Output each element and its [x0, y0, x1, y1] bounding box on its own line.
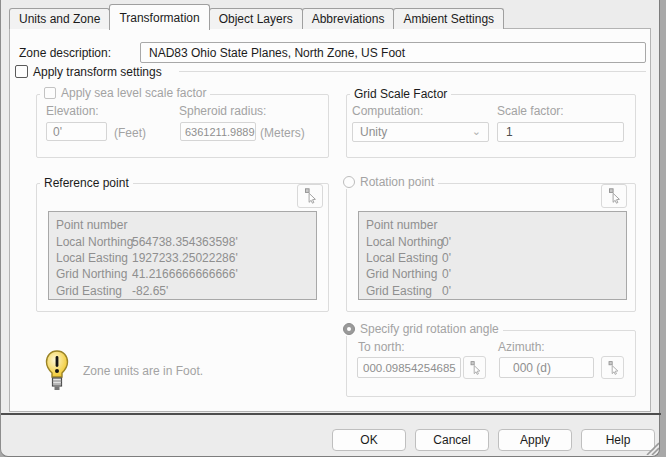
row-value: 41.2166666666666'	[132, 267, 238, 281]
scale-factor-value: 1	[506, 125, 513, 139]
table-row: Point number	[359, 217, 626, 233]
tab-abbreviations[interactable]: Abbreviations	[302, 8, 395, 29]
group-divider	[179, 71, 646, 72]
pick-cursor-icon	[301, 187, 319, 205]
azimuth-pick-button[interactable]	[601, 356, 624, 379]
row-label: Local Easting	[56, 251, 132, 265]
to-north-pick-button[interactable]	[463, 356, 486, 379]
table-row: Point number	[49, 217, 316, 233]
apply-button[interactable]: Apply	[498, 429, 572, 451]
chevron-down-icon: ⌄	[472, 125, 481, 138]
lightbulb-alert-icon	[45, 350, 69, 392]
table-row: Local Easting0'	[359, 250, 626, 266]
rotation-angle-title-label: Specify grid rotation angle	[360, 322, 499, 336]
rotation-point-radio[interactable]	[343, 176, 355, 188]
tab-label: Abbreviations	[312, 12, 385, 26]
grid-scale-title-label: Grid Scale Factor	[354, 87, 447, 101]
table-row: Grid Easting-82.65'	[49, 283, 316, 299]
spheroid-radius-field[interactable]: 6361211.9889	[180, 122, 256, 141]
sea-level-title-label: Apply sea level scale factor	[61, 86, 206, 100]
row-value: 0'	[442, 251, 451, 265]
spheroid-radius-value: 6361211.9889	[185, 126, 255, 138]
row-label: Grid Easting	[56, 284, 132, 298]
tab-label: Ambient Settings	[403, 12, 494, 26]
reference-point-pick-button[interactable]	[297, 184, 323, 208]
sea-level-group-title: Apply sea level scale factor	[40, 86, 210, 100]
grid-scale-group-title: Grid Scale Factor	[350, 87, 451, 101]
row-label: Grid Northing	[366, 267, 442, 281]
tab-bar: Units and Zone Transformation Object Lay…	[9, 4, 503, 29]
elevation-unit-label: (Feet)	[114, 126, 146, 140]
zone-units-note: Zone units are in Foot.	[83, 364, 203, 378]
row-value: 1927233.25022286'	[132, 251, 238, 265]
rotation-point-title-label: Rotation point	[360, 175, 434, 189]
zone-description-label: Zone description:	[19, 46, 111, 60]
rotation-angle-radio[interactable]	[343, 323, 355, 335]
computation-label: Computation:	[352, 104, 423, 118]
resize-grip-icon[interactable]	[643, 440, 659, 455]
row-value: 0'	[442, 235, 451, 249]
tab-ambient-settings[interactable]: Ambient Settings	[393, 8, 504, 29]
row-value: 564738.354363598'	[132, 235, 238, 249]
azimuth-field[interactable]: 000 (d)	[499, 357, 594, 378]
table-row: Grid Northing0'	[359, 266, 626, 282]
to-north-label: To north:	[358, 340, 405, 354]
apply-transform-label: Apply transform settings	[33, 65, 162, 79]
row-value: -82.65'	[132, 284, 168, 298]
elevation-field[interactable]: 0'	[46, 122, 107, 141]
row-label: Local Easting	[366, 251, 442, 265]
sea-level-checkbox[interactable]	[44, 87, 56, 99]
table-row: Local Easting1927233.25022286'	[49, 250, 316, 266]
row-label: Local Northing	[56, 235, 132, 249]
rotation-angle-group-title: Specify grid rotation angle	[339, 322, 503, 336]
zone-description-value: NAD83 Ohio State Planes, North Zone, US …	[149, 46, 405, 60]
zone-description-field[interactable]: NAD83 Ohio State Planes, North Zone, US …	[140, 42, 646, 63]
row-value: 0'	[442, 267, 451, 281]
cancel-button[interactable]: Cancel	[415, 429, 489, 451]
computation-dropdown[interactable]: Unity ⌄	[352, 122, 489, 142]
row-label: Point number	[56, 218, 132, 232]
rotation-point-table: Point number Local Northing0' Local East…	[358, 211, 627, 300]
bottom-separator	[1, 413, 661, 415]
row-label: Local Northing	[366, 235, 442, 249]
row-label: Grid Easting	[366, 284, 442, 298]
spheroid-radius-label: Spheroid radius:	[179, 104, 266, 118]
row-value: 0'	[442, 284, 451, 298]
tab-label: Units and Zone	[19, 12, 100, 26]
rotation-point-group-title: Rotation point	[339, 175, 438, 189]
dialog-window: Units and Zone Transformation Object Lay…	[0, 0, 660, 457]
elevation-label: Elevation:	[46, 104, 99, 118]
row-label: Grid Northing	[56, 267, 132, 281]
to-north-field[interactable]: 000.09854254685	[357, 357, 461, 378]
to-north-value: 000.09854254685	[363, 362, 456, 374]
spheroid-unit-label: (Meters)	[260, 126, 305, 140]
tab-label: Object Layers	[219, 12, 293, 26]
reference-point-table: Point number Local Northing564738.354363…	[48, 211, 317, 300]
reference-point-title-label: Reference point	[44, 176, 129, 190]
scale-factor-field[interactable]: 1	[497, 122, 624, 142]
tab-transformation[interactable]: Transformation	[109, 4, 209, 30]
table-row: Local Northing0'	[359, 233, 626, 249]
ok-button[interactable]: OK	[332, 429, 406, 451]
azimuth-label: Azimuth:	[498, 340, 545, 354]
rotation-point-pick-button[interactable]	[601, 184, 627, 208]
table-row: Grid Northing41.2166666666666'	[49, 266, 316, 282]
tab-label: Transformation	[119, 11, 199, 25]
apply-transform-checkbox[interactable]	[15, 65, 28, 78]
pick-cursor-icon	[467, 360, 483, 376]
table-row: Local Northing564738.354363598'	[49, 233, 316, 249]
scale-factor-label: Scale factor:	[497, 104, 564, 118]
row-label: Point number	[366, 218, 442, 232]
azimuth-value: 000 (d)	[513, 361, 551, 375]
reference-point-group-title: Reference point	[40, 176, 133, 190]
pick-cursor-icon	[605, 187, 623, 205]
pick-cursor-icon	[605, 360, 621, 376]
computation-value: Unity	[360, 125, 387, 139]
table-row: Grid Easting0'	[359, 283, 626, 299]
tab-units-and-zone[interactable]: Units and Zone	[9, 8, 110, 29]
tab-object-layers[interactable]: Object Layers	[209, 8, 303, 29]
elevation-value: 0'	[53, 125, 62, 139]
